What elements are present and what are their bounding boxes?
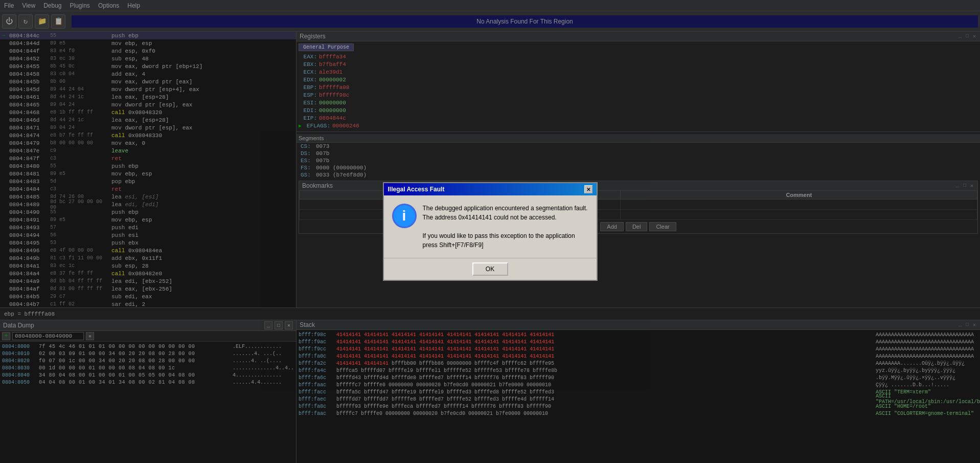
- dialog-msg1: The debugged application encountered a s…: [423, 204, 588, 213]
- dialog-msg3: If you would like to pass this exception…: [423, 231, 588, 240]
- dialog-msg2: The address 0x41414141 could not be acce…: [423, 213, 588, 222]
- dialog-icon: i: [392, 204, 417, 228]
- dialog-msg4: press Shift+[F7/F8/F9]: [423, 240, 588, 250]
- dialog-close-btn[interactable]: ✕: [584, 185, 592, 193]
- dialog-text: The debugged application encountered a s…: [423, 204, 588, 250]
- dialog-titlebar: Illegal Access Fault ✕: [384, 183, 597, 195]
- dialog-ok-btn[interactable]: OK: [472, 262, 508, 276]
- dialog-footer: OK: [384, 258, 597, 280]
- dialog-overlay: Illegal Access Fault ✕ i The debugged ap…: [0, 0, 980, 463]
- dialog-title: Illegal Access Fault: [388, 186, 445, 193]
- dialog-box: Illegal Access Fault ✕ i The debugged ap…: [383, 182, 598, 281]
- dialog-body: i The debugged application encountered a…: [384, 195, 597, 258]
